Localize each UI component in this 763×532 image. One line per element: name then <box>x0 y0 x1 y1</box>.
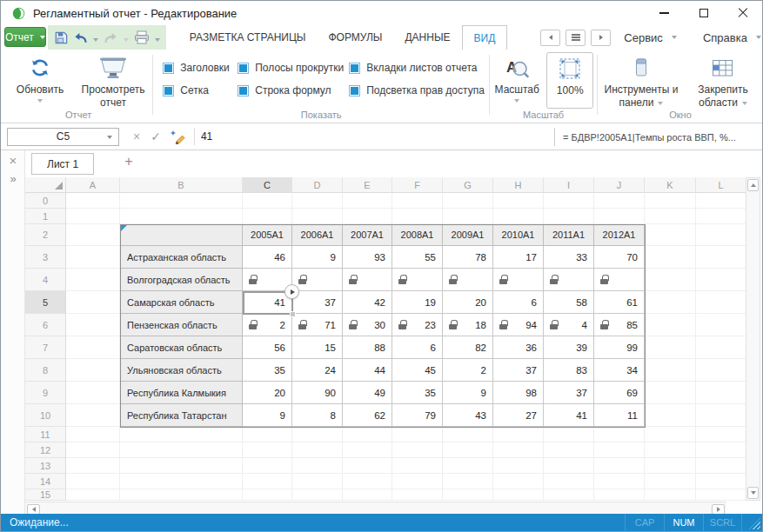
cell-E15[interactable] <box>343 489 392 501</box>
cell-L9[interactable] <box>696 382 746 404</box>
cell-A10[interactable] <box>66 404 120 427</box>
cell-D6[interactable]: 71 <box>292 314 343 336</box>
cell-K6[interactable] <box>645 314 696 336</box>
scroll-up-button[interactable] <box>747 179 759 191</box>
row-header-5[interactable]: 5 <box>25 291 66 314</box>
cell-E6[interactable]: 30 <box>343 314 392 336</box>
sheet-tab[interactable]: Лист 1 <box>31 153 94 175</box>
cell-G15[interactable] <box>443 489 493 501</box>
cell-C6[interactable]: 2 <box>243 314 292 336</box>
cell-J14[interactable] <box>594 474 645 489</box>
cell-B7[interactable]: Саратовская область <box>120 336 243 359</box>
cell-F12[interactable] <box>392 442 443 458</box>
cell-H12[interactable] <box>493 442 544 458</box>
cell-H7[interactable]: 36 <box>493 336 544 359</box>
cell-G1[interactable] <box>443 209 493 224</box>
cell-G6[interactable]: 18 <box>443 314 493 336</box>
cell-J3[interactable]: 70 <box>594 246 645 269</box>
fill-handle[interactable] <box>290 311 296 317</box>
cell-C0[interactable] <box>243 193 292 209</box>
cell-B12[interactable] <box>120 442 243 458</box>
cell-B14[interactable] <box>120 474 243 489</box>
close-panel-icon[interactable]: × <box>1 153 25 168</box>
cell-E11[interactable] <box>343 427 392 442</box>
cell-E10[interactable]: 62 <box>343 404 392 427</box>
cell-L12[interactable] <box>696 442 746 458</box>
cell-F7[interactable]: 6 <box>392 336 443 359</box>
cell-H10[interactable]: 27 <box>493 404 544 427</box>
cell-H0[interactable] <box>493 193 544 209</box>
zoom-button[interactable]: A Масштаб <box>491 50 543 109</box>
cell-B6[interactable]: Пензенская область <box>120 314 243 336</box>
cell-C14[interactable] <box>243 474 292 489</box>
cell-G10[interactable]: 43 <box>443 404 493 427</box>
cell-I11[interactable] <box>544 427 594 442</box>
row-header-8[interactable]: 8 <box>25 359 66 382</box>
checkbox-option-4[interactable]: Вкладки листов отчета <box>349 62 492 74</box>
row-header-15[interactable]: 15 <box>25 489 66 501</box>
edit-formula-button[interactable] <box>170 130 185 144</box>
cell-D9[interactable]: 90 <box>292 382 343 404</box>
cell-F9[interactable]: 35 <box>392 382 443 404</box>
cell-K1[interactable] <box>645 209 696 224</box>
print-dropdown[interactable] <box>152 30 163 45</box>
row-header-10[interactable]: 10 <box>25 404 66 427</box>
cell-F0[interactable] <box>392 193 443 209</box>
cell-K11[interactable] <box>645 427 696 442</box>
cell-L7[interactable] <box>696 336 746 359</box>
cell-K10[interactable] <box>645 404 696 427</box>
cell-B5[interactable]: Самарская область <box>120 291 243 314</box>
cell-A6[interactable] <box>66 314 120 336</box>
row-header-4[interactable]: 4 <box>25 269 66 291</box>
tab-0[interactable]: РАЗМЕТКА СТРАНИЦЫ <box>178 25 318 50</box>
cell-C10[interactable]: 9 <box>243 404 292 427</box>
cell-E14[interactable] <box>343 474 392 489</box>
cell-J9[interactable]: 69 <box>594 382 645 404</box>
cell-G7[interactable]: 82 <box>443 336 493 359</box>
cell-C2[interactable]: 2005A1 <box>243 224 292 246</box>
cell-I14[interactable] <box>544 474 594 489</box>
cell-F6[interactable]: 23 <box>392 314 443 336</box>
cell-A14[interactable] <box>66 474 120 489</box>
row-header-13[interactable]: 13 <box>25 458 66 474</box>
close-button[interactable] <box>723 1 762 25</box>
cell-C12[interactable] <box>243 442 292 458</box>
column-header-L[interactable]: L <box>696 177 746 193</box>
maximize-button[interactable] <box>684 1 723 25</box>
cell-I5[interactable]: 58 <box>544 291 594 314</box>
freeze-panes-button[interactable]: Закрепить области <box>684 50 762 110</box>
cell-D15[interactable] <box>292 489 343 501</box>
select-all-corner[interactable] <box>25 177 66 193</box>
cell-E7[interactable]: 88 <box>343 336 392 359</box>
add-sheet-button[interactable]: + <box>117 154 140 170</box>
cell-G11[interactable] <box>443 427 493 442</box>
menu-0[interactable]: Сервис <box>611 31 690 44</box>
cell-J15[interactable] <box>594 489 645 501</box>
cell-J13[interactable] <box>594 458 645 474</box>
column-header-K[interactable]: K <box>645 177 696 193</box>
cell-E5[interactable]: 42 <box>343 291 392 314</box>
save-button[interactable] <box>51 27 70 48</box>
cell-J4[interactable] <box>594 269 645 291</box>
cell-A4[interactable] <box>66 269 120 291</box>
drill-down-button[interactable] <box>284 284 299 299</box>
cell-I1[interactable] <box>544 209 594 224</box>
undo-button[interactable] <box>70 27 90 48</box>
cell-G0[interactable] <box>443 193 493 209</box>
cell-G14[interactable] <box>443 474 493 489</box>
cell-K0[interactable] <box>645 193 696 209</box>
cell-B8[interactable]: Ульяновская область <box>120 359 243 382</box>
cell-G8[interactable]: 2 <box>443 359 493 382</box>
cell-H9[interactable]: 98 <box>493 382 544 404</box>
cell-I15[interactable] <box>544 489 594 501</box>
cell-H13[interactable] <box>493 458 544 474</box>
cell-L8[interactable] <box>696 359 746 382</box>
cell-L0[interactable] <box>696 193 746 209</box>
cell-D7[interactable]: 15 <box>292 336 343 359</box>
cell-D0[interactable] <box>292 193 343 209</box>
cell-E12[interactable] <box>343 442 392 458</box>
cell-F3[interactable]: 55 <box>392 246 443 269</box>
vertical-scrollbar[interactable] <box>746 177 760 501</box>
cell-C13[interactable] <box>243 458 292 474</box>
cell-K13[interactable] <box>645 458 696 474</box>
